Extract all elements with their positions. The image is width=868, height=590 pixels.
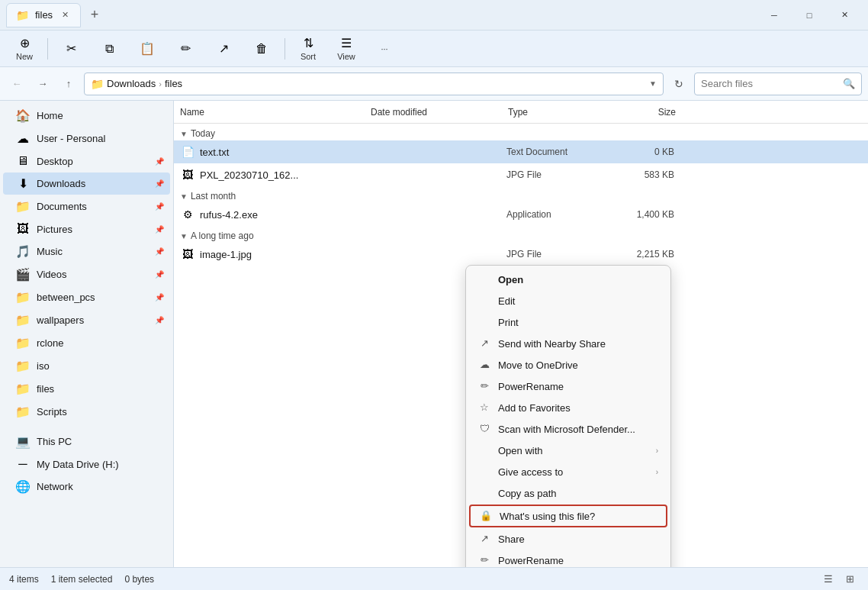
- ctx-edit-icon: [478, 295, 490, 307]
- refresh-button[interactable]: ↻: [668, 73, 690, 95]
- search-box[interactable]: 🔍: [694, 73, 862, 95]
- grid-view-button[interactable]: ⊞: [841, 571, 859, 588]
- home-icon: 🏠: [15, 108, 31, 123]
- sidebar-item-music[interactable]: 🎵 Music 📌: [3, 240, 170, 263]
- sidebar-item-this-pc[interactable]: 💻 This PC: [3, 430, 170, 453]
- file-row-rufus[interactable]: ⚙ rufus-4.2.exe Application 1,400 KB: [174, 203, 868, 226]
- col-header-type[interactable]: Type: [508, 107, 600, 118]
- rename-icon: ✏: [181, 41, 191, 56]
- ctx-give-access-icon: [478, 466, 490, 478]
- sidebar-item-wallpapers[interactable]: 📁 wallpapers 📌: [3, 309, 170, 331]
- ctx-copy-path[interactable]: Copy as path: [466, 482, 670, 504]
- sidebar-item-user-personal[interactable]: ☁ User - Personal: [3, 127, 170, 150]
- active-tab[interactable]: 📁 files ✕: [6, 3, 81, 27]
- rclone-icon: 📁: [15, 336, 31, 350]
- pin-icon-docs: 📌: [155, 202, 164, 211]
- copy-button[interactable]: ⧉: [91, 34, 127, 64]
- details-view-button[interactable]: ☰: [819, 571, 837, 588]
- ctx-add-favorites[interactable]: ☆ Add to Favorites: [466, 397, 670, 418]
- pin-icon-videos: 📌: [155, 270, 164, 279]
- pictures-label: Pictures: [37, 224, 149, 235]
- tab-folder-icon: 📁: [16, 9, 29, 21]
- pin-icon-wallpapers: 📌: [155, 316, 164, 324]
- sidebar-item-iso[interactable]: 📁 iso: [3, 355, 170, 377]
- group-chevron-long-time[interactable]: ▼: [180, 232, 188, 240]
- col-header-size[interactable]: Size: [600, 107, 676, 118]
- ctx-open-with[interactable]: Open with ›: [466, 440, 670, 461]
- drive-icon: ─: [15, 457, 31, 471]
- selected-info: 1 item selected: [51, 574, 113, 585]
- sidebar-item-files[interactable]: 📁 files: [3, 378, 170, 400]
- paste-button[interactable]: 📋: [129, 34, 166, 64]
- up-button[interactable]: ↑: [58, 73, 79, 95]
- share-button[interactable]: ↗: [205, 34, 242, 64]
- wallpapers-label: wallpapers: [37, 314, 149, 326]
- sidebar-item-rclone[interactable]: 📁 rclone: [3, 332, 170, 354]
- sidebar-item-downloads[interactable]: ⬇ Downloads 📌: [3, 172, 170, 195]
- col-header-name[interactable]: Name: [180, 107, 371, 118]
- address-dropdown-icon[interactable]: ▼: [649, 79, 657, 88]
- ctx-powerrename2[interactable]: ✏ PowerRename: [466, 550, 670, 567]
- ctx-share-label: Share: [498, 534, 658, 545]
- delete-button[interactable]: 🗑: [243, 34, 280, 64]
- ctx-open[interactable]: Open: [466, 269, 670, 290]
- sidebar-item-videos[interactable]: 🎬 Videos 📌: [3, 263, 170, 285]
- group-chevron-today[interactable]: ▼: [180, 130, 188, 138]
- back-button[interactable]: ←: [6, 73, 27, 95]
- ctx-give-access[interactable]: Give access to ›: [466, 461, 670, 482]
- close-button[interactable]: ✕: [827, 3, 862, 27]
- ctx-send-nearby-icon: ↗: [478, 337, 490, 350]
- cut-button[interactable]: ✂: [53, 34, 89, 64]
- new-label: New: [16, 52, 33, 61]
- group-chevron-last-month[interactable]: ▼: [180, 192, 188, 201]
- ctx-share[interactable]: ↗ Share: [466, 528, 670, 550]
- new-button[interactable]: ⊕ New: [6, 34, 43, 64]
- maximize-button[interactable]: □: [792, 3, 827, 27]
- sidebar: 🏠 Home ☁ User - Personal 🖥 Desktop 📌 ⬇ D…: [0, 101, 174, 567]
- file-type-txt: Text Document: [506, 147, 598, 157]
- file-row-pxl[interactable]: 🖼 PXL_20230710_162... JPG File 583 KB: [174, 163, 868, 186]
- view-button[interactable]: ☰ View: [328, 34, 365, 64]
- tab-close-button[interactable]: ✕: [59, 9, 71, 21]
- home-label: Home: [37, 110, 164, 121]
- more-button[interactable]: ···: [366, 34, 403, 64]
- sidebar-item-home[interactable]: 🏠 Home: [3, 105, 170, 127]
- sidebar-item-scripts[interactable]: 📁 Scripts: [3, 401, 170, 423]
- new-tab-button[interactable]: +: [84, 5, 105, 26]
- ctx-favorites-icon: ☆: [478, 401, 490, 414]
- address-bar[interactable]: 📁 Downloads › files ▼: [84, 73, 664, 95]
- sidebar-item-my-data-drive[interactable]: ─ My Data Drive (H:): [3, 453, 170, 475]
- sidebar-item-between-pcs[interactable]: 📁 between_pcs 📌: [3, 286, 170, 308]
- pin-icon-downloads: 📌: [155, 179, 164, 188]
- sidebar-item-documents[interactable]: 📁 Documents 📌: [3, 195, 170, 218]
- ctx-open-with-label: Open with: [498, 445, 648, 456]
- ctx-print[interactable]: Print: [466, 311, 670, 333]
- sidebar-item-pictures[interactable]: 🖼 Pictures 📌: [3, 218, 170, 240]
- ctx-move-onedrive[interactable]: ☁ Move to OneDrive: [466, 354, 670, 376]
- ctx-powerrename1[interactable]: ✏ PowerRename: [466, 376, 670, 397]
- search-input[interactable]: [701, 78, 838, 89]
- sidebar-item-desktop[interactable]: 🖥 Desktop 📌: [3, 150, 170, 172]
- ctx-scan-defender[interactable]: 🛡 Scan with Microsoft Defender...: [466, 418, 670, 440]
- ctx-send-nearby[interactable]: ↗ Send with Nearby Share: [466, 333, 670, 354]
- forward-button[interactable]: →: [32, 73, 53, 95]
- this-pc-icon: 💻: [15, 434, 31, 449]
- col-header-date[interactable]: Date modified: [371, 107, 508, 118]
- file-size-pxl: 583 KB: [598, 169, 674, 180]
- ctx-whats-using[interactable]: 🔒 What's using this file?: [469, 505, 667, 527]
- minimize-button[interactable]: ─: [757, 3, 792, 27]
- rename-button[interactable]: ✏: [167, 34, 204, 64]
- sort-button[interactable]: ⇅ Sort: [290, 34, 326, 64]
- file-icon-rufus: ⚙: [180, 208, 195, 221]
- sidebar-item-network[interactable]: 🌐 Network: [3, 476, 170, 498]
- ctx-print-label: Print: [498, 317, 658, 328]
- ctx-edit[interactable]: Edit: [466, 290, 670, 311]
- pin-icon-between: 📌: [155, 293, 164, 301]
- ctx-onedrive-icon: ☁: [478, 359, 490, 371]
- user-personal-label: User - Personal: [37, 133, 164, 144]
- copy-icon: ⧉: [105, 42, 114, 56]
- ctx-open-with-icon: [478, 444, 490, 456]
- file-type-image: JPG File: [506, 249, 598, 260]
- file-row-text-txt[interactable]: 📄 text.txt Text Document 0 KB: [174, 140, 868, 163]
- file-row-image[interactable]: 🖼 image-1.jpg JPG File 2,215 KB: [174, 243, 868, 266]
